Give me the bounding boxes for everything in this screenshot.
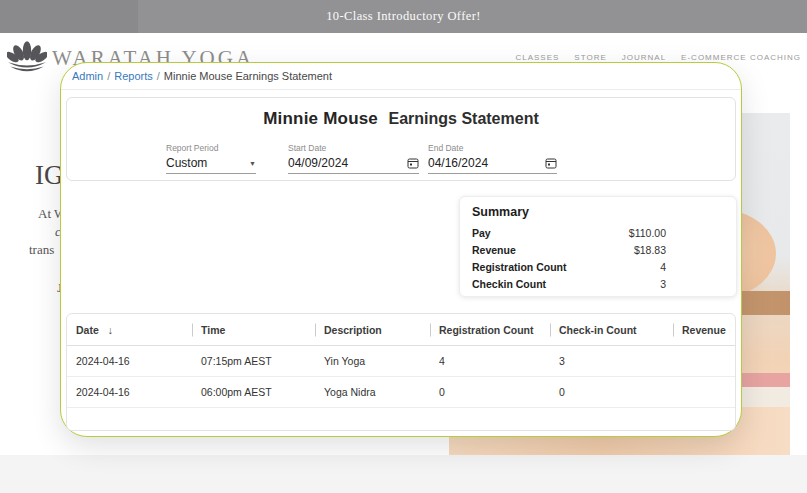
- summary-row-registration-count: Registration Count 4: [472, 258, 724, 275]
- breadcrumb-separator: /: [153, 70, 164, 82]
- end-date-input[interactable]: 04/16/2024: [428, 156, 557, 174]
- summary-card: Summary Pay $110.00 Revenue $18.83 Regis…: [459, 196, 737, 297]
- breadcrumb-separator: /: [103, 70, 114, 82]
- main-nav: CLASSES STORE JOURNAL E-COMMERCE COACHIN…: [515, 53, 801, 62]
- end-date-value: 04/16/2024: [428, 156, 488, 170]
- report-period-label: Report Period: [166, 143, 256, 153]
- footer-strip: [0, 455, 807, 493]
- page-title: Minnie Mouse Earnings Statement: [67, 109, 735, 129]
- start-date-input[interactable]: 04/09/2024: [288, 156, 419, 174]
- summary-row-revenue: Revenue $18.83: [472, 241, 724, 258]
- breadcrumb-divider: [61, 89, 741, 90]
- chevron-down-icon: ▼: [249, 160, 256, 167]
- cell-date: 2024-04-16: [67, 355, 192, 367]
- lotus-logo-icon: [7, 38, 47, 78]
- end-date-field: End Date 04/16/2024: [428, 143, 557, 174]
- calendar-icon[interactable]: [545, 157, 557, 169]
- cell-date: 2024-04-16: [67, 386, 192, 398]
- column-header-description[interactable]: Description: [315, 324, 430, 336]
- breadcrumb-current: Minnie Mouse Earnings Statement: [164, 70, 332, 82]
- report-title-suffix: Earnings Statement: [388, 110, 538, 127]
- summary-label: Revenue: [472, 244, 516, 256]
- cell-description: Yin Yoga: [315, 355, 430, 367]
- end-date-label: End Date: [428, 143, 557, 153]
- column-header-checkin-count[interactable]: Check-in Count: [550, 324, 673, 336]
- report-header-card: Minnie Mouse Earnings Statement Report P…: [66, 97, 736, 181]
- cell-checkin-count: 3: [550, 355, 673, 367]
- summary-value: 4: [660, 261, 724, 273]
- report-modal: Admin/Reports/Minnie Mouse Earnings Stat…: [60, 62, 742, 437]
- breadcrumb: Admin/Reports/Minnie Mouse Earnings Stat…: [72, 70, 332, 82]
- nav-item-classes[interactable]: CLASSES: [515, 53, 559, 62]
- report-period-value: Custom: [166, 156, 207, 170]
- nav-item-journal[interactable]: JOURNAL: [622, 53, 666, 62]
- nav-item-store[interactable]: STORE: [574, 53, 606, 62]
- summary-value: $110.00: [629, 227, 724, 239]
- summary-label: Pay: [472, 227, 491, 239]
- summary-label: Checkin Count: [472, 278, 546, 290]
- summary-value: $18.83: [634, 244, 724, 256]
- start-date-field: Start Date 04/09/2024: [288, 143, 419, 174]
- banner-left-block: [0, 0, 138, 33]
- report-filters: Report Period Custom ▼ Start Date 04/09/…: [166, 143, 557, 174]
- earnings-table: Date ↓ Time Description Registration Cou…: [66, 313, 736, 431]
- column-header-date[interactable]: Date ↓: [67, 324, 192, 336]
- cell-registration-count: 0: [430, 386, 550, 398]
- summary-title: Summary: [472, 205, 724, 219]
- cell-time: 07:15pm AEST: [192, 355, 315, 367]
- sort-descending-icon: ↓: [108, 324, 113, 336]
- nav-item-ecommerce-coaching[interactable]: E-COMMERCE COACHING: [681, 53, 801, 62]
- report-period-select[interactable]: Custom ▼: [166, 156, 256, 174]
- cell-registration-count: 4: [430, 355, 550, 367]
- background-text-fragment: trans: [29, 242, 54, 258]
- cell-time: 06:00pm AEST: [192, 386, 315, 398]
- table-row: 2024-04-16 07:15pm AEST Yin Yoga 4 3: [67, 346, 735, 377]
- column-header-revenue[interactable]: Revenue: [673, 324, 735, 336]
- breadcrumb-admin-link[interactable]: Admin: [72, 70, 103, 82]
- report-title-name: Minnie Mouse: [263, 109, 378, 128]
- breadcrumb-reports-link[interactable]: Reports: [114, 70, 153, 82]
- calendar-icon[interactable]: [407, 157, 419, 169]
- start-date-value: 04/09/2024: [288, 156, 348, 170]
- column-header-registration-count[interactable]: Registration Count: [430, 324, 550, 336]
- summary-row-checkin-count: Checkin Count 3: [472, 275, 724, 292]
- report-period-field: Report Period Custom ▼: [166, 143, 256, 174]
- promo-banner-text: 10-Class Introductory Offer!: [326, 9, 481, 24]
- summary-label: Registration Count: [472, 261, 567, 273]
- summary-row-pay: Pay $110.00: [472, 224, 724, 241]
- column-header-time[interactable]: Time: [192, 324, 315, 336]
- summary-value: 3: [660, 278, 724, 290]
- table-header-row: Date ↓ Time Description Registration Cou…: [67, 314, 735, 346]
- cell-description: Yoga Nidra: [315, 386, 430, 398]
- promo-banner: 10-Class Introductory Offer!: [0, 0, 807, 33]
- cell-checkin-count: 0: [550, 386, 673, 398]
- start-date-label: Start Date: [288, 143, 419, 153]
- table-row: 2024-04-16 06:00pm AEST Yoga Nidra 0 0: [67, 377, 735, 408]
